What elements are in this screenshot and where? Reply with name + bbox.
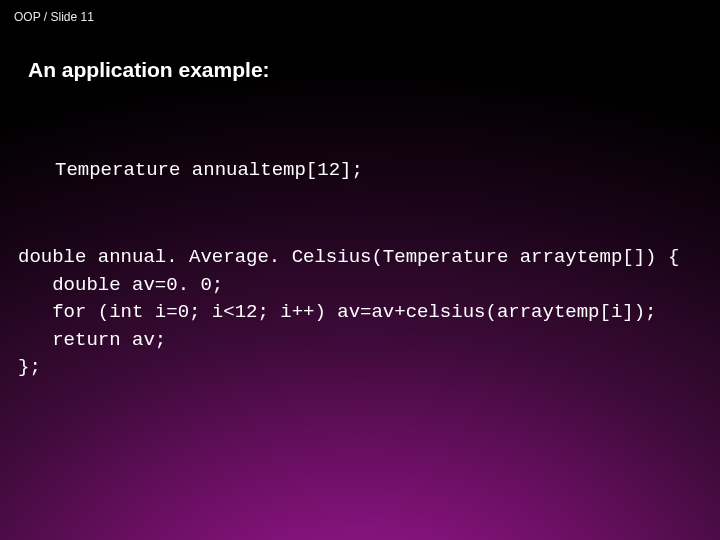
breadcrumb: OOP / Slide 11 xyxy=(14,10,94,24)
slide: OOP / Slide 11 An application example: T… xyxy=(0,0,720,540)
code-function: double annual. Average. Celsius(Temperat… xyxy=(18,244,679,382)
slide-title: An application example: xyxy=(28,58,270,82)
code-declaration: Temperature annualtemp[12]; xyxy=(55,158,363,184)
